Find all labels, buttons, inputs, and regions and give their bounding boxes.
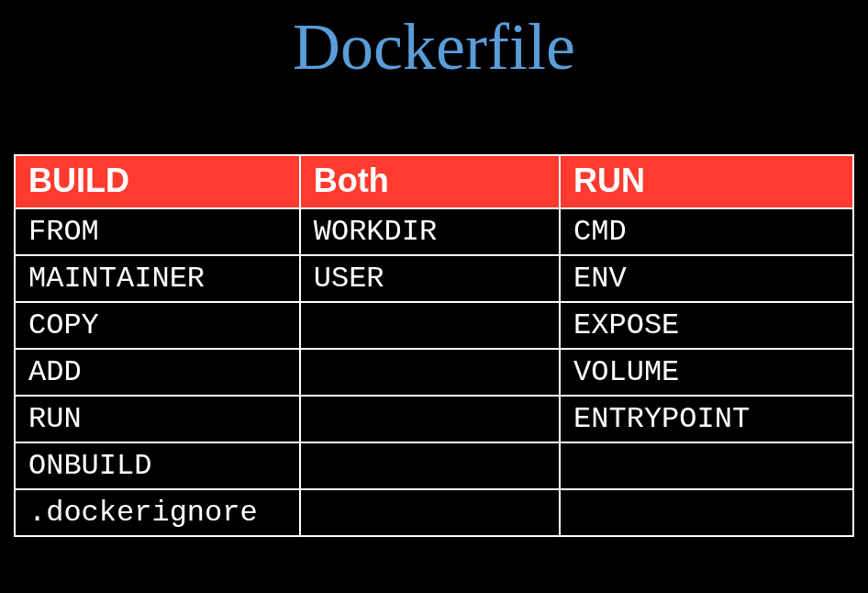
table-row: ONBUILD bbox=[15, 442, 853, 489]
cell-build: FROM bbox=[15, 208, 300, 255]
cell-run bbox=[560, 442, 853, 489]
table-row: FROM WORKDIR CMD bbox=[15, 208, 853, 255]
cell-build: MAINTAINER bbox=[15, 255, 300, 302]
cell-both bbox=[300, 302, 560, 349]
cell-run: CMD bbox=[560, 208, 853, 255]
cell-run bbox=[560, 489, 853, 536]
cell-both bbox=[300, 396, 560, 442]
cell-run: ENV bbox=[560, 255, 853, 302]
cell-both: USER bbox=[300, 255, 560, 302]
cell-build: RUN bbox=[15, 396, 300, 442]
table-row: COPY EXPOSE bbox=[15, 302, 853, 349]
cell-both: WORKDIR bbox=[300, 208, 560, 255]
cell-run: ENTRYPOINT bbox=[560, 396, 853, 442]
table-container: BUILD Both RUN FROM WORKDIR CMD MAINTAIN… bbox=[14, 154, 854, 537]
header-run: RUN bbox=[560, 155, 853, 208]
table-row: ADD VOLUME bbox=[15, 349, 853, 396]
cell-run: EXPOSE bbox=[560, 302, 853, 349]
table-header-row: BUILD Both RUN bbox=[15, 155, 853, 208]
cell-both bbox=[300, 489, 560, 536]
table-row: .dockerignore bbox=[15, 489, 853, 536]
page-title: Dockerfile bbox=[0, 0, 868, 85]
header-build: BUILD bbox=[15, 155, 300, 208]
cell-both bbox=[300, 349, 560, 396]
cell-build: ADD bbox=[15, 349, 300, 396]
cell-build: .dockerignore bbox=[15, 489, 300, 536]
dockerfile-instructions-table: BUILD Both RUN FROM WORKDIR CMD MAINTAIN… bbox=[14, 154, 854, 537]
table-row: MAINTAINER USER ENV bbox=[15, 255, 853, 302]
cell-build: COPY bbox=[15, 302, 300, 349]
cell-both bbox=[300, 442, 560, 489]
table-row: RUN ENTRYPOINT bbox=[15, 396, 853, 442]
cell-build: ONBUILD bbox=[15, 442, 300, 489]
cell-run: VOLUME bbox=[560, 349, 853, 396]
header-both: Both bbox=[300, 155, 560, 208]
